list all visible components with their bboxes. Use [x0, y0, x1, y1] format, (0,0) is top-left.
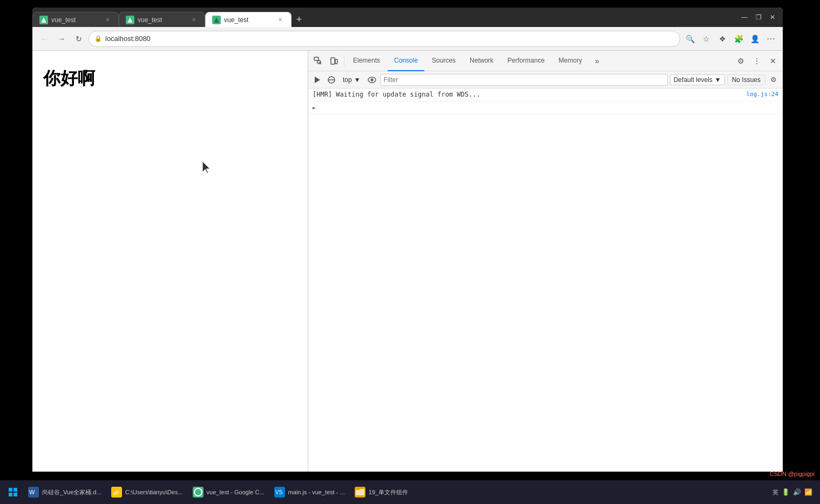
minimize-button[interactable]: —	[738, 11, 750, 23]
taskbar-item-chrome[interactable]: vue_test - Google C...	[188, 482, 269, 502]
network-icon[interactable]: 📶	[804, 488, 812, 496]
console-messages: [HMR] Waiting for update signal from WDS…	[308, 88, 783, 472]
tab-favicon-1	[39, 16, 48, 24]
console-context-dropdown[interactable]: top ▼	[340, 75, 364, 85]
menu-button[interactable]: ⋯	[763, 31, 778, 46]
tab-favicon-2	[126, 16, 134, 24]
explorer-icon: 📁	[111, 487, 122, 498]
devtools-settings: ⚙ ⋮ ✕	[733, 53, 781, 69]
tab-close-1[interactable]: ✕	[103, 16, 112, 24]
zoom-button[interactable]: 🔍	[682, 31, 697, 46]
tab-close-3[interactable]: ✕	[276, 16, 284, 24]
chrome-icon	[193, 487, 204, 498]
taskbar-item-vscode[interactable]: VS main.js - vue_test - ...	[270, 482, 349, 502]
svg-rect-5	[331, 58, 335, 64]
console-clear-button[interactable]	[326, 74, 337, 86]
window-controls: — ❐ ✕	[734, 8, 783, 27]
page-content: 你好啊	[32, 51, 308, 472]
watermark: CSDN @pigpigpi	[770, 471, 815, 477]
profile-button[interactable]: 👤	[747, 31, 762, 46]
folder-icon	[355, 487, 365, 498]
more-tabs-button[interactable]: »	[589, 53, 605, 69]
browser-tab-3[interactable]: vue_test ✕	[205, 12, 292, 27]
devtools-settings-button[interactable]: ⚙	[733, 53, 748, 69]
mouse-cursor	[202, 161, 213, 176]
url-text: localhost:8080	[105, 35, 151, 43]
tab-performance[interactable]: Performance	[501, 51, 551, 71]
tab-label-2: vue_test	[138, 16, 186, 24]
close-button[interactable]: ✕	[767, 11, 778, 23]
expand-arrow-icon[interactable]: ►	[313, 105, 316, 111]
reload-button[interactable]: ↻	[71, 31, 86, 46]
console-filter-input[interactable]	[380, 74, 668, 86]
svg-text:📁: 📁	[112, 488, 120, 496]
taskbar-item-chrome-label: vue_test - Google C...	[207, 489, 265, 495]
console-message-text-hmr: [HMR] Waiting for update signal from WDS…	[313, 91, 742, 98]
devtools-toolbar: Elements Console Sources Network Perform…	[308, 51, 783, 71]
start-button[interactable]	[3, 482, 23, 502]
svg-point-18	[194, 488, 202, 496]
svg-marker-1	[127, 17, 133, 23]
toolbar-separator	[344, 56, 344, 66]
svg-marker-2	[214, 17, 219, 23]
browser-window: vue_test ✕ vue_test ✕ vue_test ✕ +	[32, 8, 783, 472]
taskbar-item-explorer-label: C:\Users\tianyu\Des...	[125, 489, 183, 495]
address-bar[interactable]: 🔒 localhost:8080	[89, 31, 680, 47]
console-levels-dropdown[interactable]: Default levels ▼	[670, 74, 725, 85]
collections-button[interactable]: ❖	[715, 31, 730, 46]
nav-bar: ← → ↻ 🔒 localhost:8080 🔍 ☆ ❖ 🧩 👤 ⋯	[32, 27, 783, 51]
svg-marker-0	[41, 17, 46, 23]
no-issues-badge: No Issues	[727, 74, 765, 85]
svg-rect-6	[335, 59, 337, 64]
tab-sources[interactable]: Sources	[425, 51, 462, 71]
svg-rect-15	[13, 493, 17, 496]
tab-favicon-3	[212, 16, 221, 24]
console-eye-button[interactable]	[366, 74, 378, 86]
devtools-close-button[interactable]: ✕	[765, 53, 781, 69]
taskbar-item-folder[interactable]: 19_单文件组件	[350, 482, 412, 502]
device-toolbar-button[interactable]	[327, 53, 342, 69]
title-bar: vue_test ✕ vue_test ✕ vue_test ✕ +	[32, 8, 783, 27]
tab-label-1: vue_test	[51, 16, 100, 24]
inspect-element-button[interactable]	[310, 53, 326, 69]
svg-rect-13	[13, 488, 17, 492]
tab-network[interactable]: Network	[463, 51, 500, 71]
new-tab-button[interactable]: +	[292, 12, 307, 27]
restore-button[interactable]: ❐	[753, 11, 764, 23]
svg-rect-14	[9, 493, 12, 496]
console-settings-button[interactable]: ⚙	[768, 74, 780, 86]
taskbar-item-explorer[interactable]: 📁 C:\Users\tianyu\Des...	[107, 482, 187, 502]
console-message-expand[interactable]: ►	[308, 101, 783, 114]
console-message-source-hmr[interactable]: log.js:24	[746, 91, 778, 98]
taskbar-right: 英 🔋 🔊 📶	[772, 488, 817, 496]
browser-tab-2[interactable]: vue_test ✕	[119, 12, 205, 27]
devtools-panel: Elements Console Sources Network Perform…	[308, 51, 783, 472]
tab-memory[interactable]: Memory	[552, 51, 588, 71]
content-area: 你好啊	[32, 51, 783, 472]
taskbar-item-folder-label: 19_单文件组件	[369, 488, 408, 496]
ime-icon[interactable]: 英	[772, 488, 778, 496]
devtools-more-button[interactable]: ⋮	[749, 53, 764, 69]
lock-icon: 🔒	[94, 35, 102, 42]
back-button[interactable]: ←	[37, 31, 52, 46]
taskbar-item-word[interactable]: W 尚硅谷_Vue全家桶.d...	[24, 482, 106, 502]
svg-text:W: W	[29, 489, 35, 495]
svg-marker-7	[315, 77, 320, 83]
tab-close-2[interactable]: ✕	[189, 16, 198, 24]
console-toolbar: top ▼ Default levels ▼	[308, 71, 783, 88]
browser-tab-1[interactable]: vue_test ✕	[32, 12, 119, 27]
tabs-area: vue_test ✕ vue_test ✕ vue_test ✕ +	[32, 8, 734, 27]
tab-console[interactable]: Console	[388, 51, 424, 71]
vscode-icon: VS	[274, 487, 285, 498]
star-button[interactable]: ☆	[699, 31, 714, 46]
levels-value: Default levels	[674, 76, 713, 84]
volume-icon[interactable]: 🔊	[793, 488, 801, 496]
extensions-button[interactable]: 🧩	[731, 31, 746, 46]
svg-point-11	[370, 78, 373, 81]
context-value: top	[343, 76, 352, 84]
forward-button[interactable]: →	[54, 31, 69, 46]
console-run-button[interactable]	[311, 74, 323, 86]
taskbar-item-word-label: 尚硅谷_Vue全家桶.d...	[42, 488, 101, 496]
svg-rect-3	[314, 57, 318, 60]
tab-elements[interactable]: Elements	[347, 51, 387, 71]
